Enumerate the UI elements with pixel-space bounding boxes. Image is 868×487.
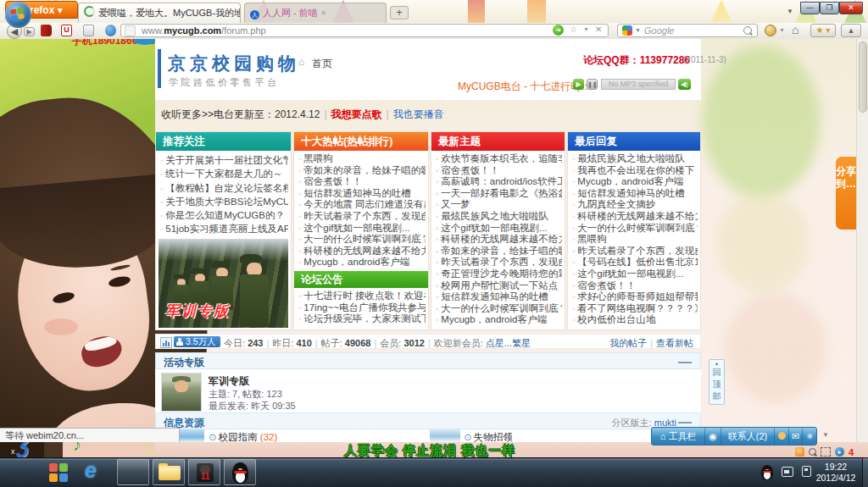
thread-link[interactable]: 黑喂狗 bbox=[298, 153, 426, 165]
scrollbar-thumb[interactable] bbox=[859, 42, 867, 113]
stop-icon[interactable]: ✕ bbox=[595, 25, 602, 34]
subforum-campus-guide[interactable]: ⊙校园指南 (32) bbox=[209, 431, 277, 442]
thread-link[interactable]: 这个gif犹如一部电视剧... bbox=[436, 223, 562, 235]
thread-link[interactable]: 校内低价出台山地 bbox=[572, 314, 698, 326]
tab-active-mycugb[interactable]: 爱喂嗌，爱地大。MyCUGB-我的地...× bbox=[78, 3, 241, 23]
thread-link[interactable]: 关于开展第十一届社团文化节的通知 bbox=[160, 153, 288, 167]
addon-book-icon[interactable] bbox=[41, 25, 52, 36]
newest-member-link[interactable]: 点星...繁星 bbox=[486, 338, 531, 348]
thread-link[interactable]: 高薪诚聘：android/ios软件工程师、手机 bbox=[436, 176, 562, 188]
start-button[interactable] bbox=[5, 2, 31, 28]
thread-link[interactable]: 关于地质大学BBS论坛MyCUGB的重要声 bbox=[160, 195, 288, 208]
qq-toolbar-collapse-icon[interactable]: ▼ bbox=[822, 431, 829, 439]
forum-row-military[interactable]: 军训专版 主题: 7, 帖数: 123 最后发表: 昨天 09:35 bbox=[155, 369, 701, 412]
addon-page-icon[interactable] bbox=[83, 25, 94, 36]
qq-settings-button[interactable]: ✳ bbox=[803, 428, 816, 445]
announcement-link[interactable]: 十七进行时 接收点歌！欢迎在mycugb或 bbox=[298, 291, 426, 302]
announcement-link[interactable]: 论坛升级完毕，大家来测试下 bbox=[298, 313, 426, 325]
taskbar-explorer-button[interactable] bbox=[153, 459, 185, 485]
taskbar-game-button[interactable]: 11 bbox=[188, 459, 220, 485]
fox-tool-icon[interactable] bbox=[795, 447, 804, 457]
collapse-icon[interactable]: — bbox=[678, 355, 692, 370]
qq-contacts-button[interactable]: 联系人(2) bbox=[721, 428, 775, 445]
search-engine-dropdown-icon[interactable]: ▼ bbox=[635, 27, 641, 33]
url-bar[interactable]: www.mycugb.com/forum.php bbox=[120, 24, 609, 37]
play-tool-icon[interactable]: ▸ bbox=[835, 447, 844, 457]
thread-link[interactable]: 科研楼的无线网越来越不给力了，一会 bbox=[298, 246, 426, 257]
thread-link[interactable]: 宿舍煮饭！！ bbox=[436, 165, 562, 177]
thread-link[interactable]: 昨天试着录了个东西，发现自己的声音 bbox=[572, 246, 698, 257]
qq-avatar-button[interactable] bbox=[775, 428, 789, 445]
tray-network-icon[interactable] bbox=[782, 467, 793, 477]
view-new-link[interactable]: 查看新帖 bbox=[656, 338, 693, 348]
thread-link[interactable]: 黑喂狗 bbox=[572, 234, 698, 246]
my-posts-link[interactable]: 我的帖子 bbox=[609, 338, 647, 348]
bookmarks-button[interactable]: ★ ▾ bbox=[810, 24, 836, 37]
thread-link[interactable]: 【号码在线】低价出售北京1880100段 bbox=[572, 257, 698, 268]
taskbar-firefox-button[interactable] bbox=[117, 459, 149, 485]
go-button[interactable]: ➜ bbox=[553, 25, 564, 36]
thread-link[interactable]: 这个gif犹如一部电视剧... bbox=[572, 268, 698, 280]
thread-link[interactable]: 短信群发通知神马的吐槽 bbox=[298, 188, 426, 200]
scroll-up-button[interactable]: ▲ bbox=[841, 24, 861, 37]
thread-link[interactable]: Mycugb，android客户端 bbox=[298, 257, 426, 268]
thread-link[interactable]: 求好心的师哥哥师姐姐帮帮我，行管的 bbox=[572, 291, 698, 303]
thread-link[interactable]: 大一的什么时候军训啊到底？我们迷茫 bbox=[298, 234, 426, 246]
addon-u-icon[interactable]: U bbox=[61, 25, 72, 36]
chart-icon[interactable] bbox=[160, 337, 172, 348]
thread-link[interactable]: 51job实习频道亮丽上线及APEC精英选拔 bbox=[160, 222, 288, 235]
thread-link[interactable]: 又一梦 bbox=[436, 199, 562, 211]
addon-globe-icon[interactable] bbox=[105, 25, 116, 36]
thread-link[interactable]: 短信群发通知神马的吐槽 bbox=[436, 291, 562, 303]
thread-link[interactable]: 欢快节奏版本织毛衣，追随李佳胖和袭 bbox=[436, 153, 562, 165]
radio-speaker-button[interactable]: ◀) bbox=[678, 79, 691, 90]
thread-link[interactable]: 最炫民族风之地大啦啦队 bbox=[572, 153, 698, 165]
thread-link[interactable]: 宿舍煮饭！！ bbox=[298, 176, 426, 188]
taskbar-clock[interactable]: 19:22 2012/4/12 bbox=[810, 462, 861, 484]
thread-link[interactable]: 看不了网络电视啊？？？？》 bbox=[572, 303, 698, 315]
home-button[interactable]: ⌂ bbox=[792, 23, 798, 36]
tab-list-arrow-icon[interactable]: ▼ bbox=[787, 8, 793, 15]
forward-button[interactable]: ▶ bbox=[24, 27, 35, 36]
thread-link[interactable]: 这个gif犹如一部电视剧... bbox=[298, 223, 426, 235]
thread-link[interactable]: 大一的什么时候军训啊到底？我们迷茫 bbox=[436, 303, 562, 315]
thread-link[interactable]: 帝如来的录音，给妹子唱的歌 bbox=[298, 165, 426, 177]
listen-more-link[interactable]: 收听更多>>电台更新至：2012.4.12 bbox=[161, 108, 320, 120]
thread-link[interactable]: 统计一下大家都是大几的～ bbox=[160, 167, 288, 180]
taskbar-app-grid-icon[interactable] bbox=[49, 463, 68, 482]
request-song-link[interactable]: 我想要点歌 bbox=[331, 108, 382, 120]
thread-link[interactable]: 校网用户帮忙测试一下站点 bbox=[436, 280, 562, 292]
thread-link[interactable]: 昨天试着录了个东西，发现自己的声音 bbox=[436, 257, 562, 268]
thread-link[interactable]: 九阴真经全文摘抄 bbox=[572, 199, 698, 211]
thread-link[interactable]: 昨天试着录了个东西，发现自己的声音 bbox=[298, 211, 426, 223]
back-to-top-widget[interactable]: ▲ 回顶部 bbox=[709, 359, 725, 405]
thread-link[interactable]: Mycugb，android客户端 bbox=[572, 176, 698, 188]
thread-link[interactable]: 科研楼的无线网越来越不给力了，一会 bbox=[436, 234, 562, 246]
thread-link[interactable]: 我再也不会出现在你的楼下，边照镜子 bbox=[572, 165, 698, 177]
thread-link[interactable]: 大一的什么时候军训啊到底？我们迷茫 bbox=[572, 223, 698, 235]
nav-home-link[interactable]: 首页 bbox=[312, 57, 332, 71]
window-maximize-button[interactable]: ❐ bbox=[820, 2, 839, 14]
thread-link[interactable]: 你是怎么知道MyCUGB的？ bbox=[160, 208, 288, 222]
subforum-lost-found[interactable]: ⊙失物招领 bbox=[464, 431, 513, 442]
radio-play-button[interactable]: ▶ bbox=[573, 79, 584, 90]
broadcast-link[interactable]: 我也要播音 bbox=[393, 108, 444, 120]
show-desktop-button[interactable] bbox=[862, 457, 868, 487]
thread-link[interactable]: 奇正管理沙龙今晚期待您的到来！ bbox=[436, 268, 562, 280]
thread-link[interactable]: 最炫民族风之地大啦啦队 bbox=[436, 211, 562, 223]
thread-link[interactable]: 今天的地震 同志们难道没有感觉到震 bbox=[298, 199, 426, 211]
forum-name-link[interactable]: 军训专版 bbox=[209, 374, 249, 389]
site-logo-title[interactable]: 京京校园购物 bbox=[168, 52, 300, 75]
thread-link[interactable]: 【教程帖】自定义论坛签名档 bbox=[160, 181, 288, 195]
radio-pause-button[interactable]: ❚❚ bbox=[587, 79, 598, 90]
search-magnifier-icon[interactable] bbox=[743, 26, 752, 35]
window-close-button[interactable]: ✕ bbox=[839, 2, 863, 14]
bookmark-star-icon[interactable]: ☆ bbox=[570, 25, 577, 34]
thread-link[interactable]: 科研楼的无线网越来越不给力了，一会 bbox=[572, 211, 698, 223]
addon-badge-icon[interactable] bbox=[765, 25, 776, 36]
window-minimize-button[interactable]: — bbox=[800, 2, 820, 14]
tab-renren[interactable]: 人人人网 - 前喵× bbox=[244, 3, 387, 23]
thread-link[interactable]: 帝如来的录音，给妹子唱的歌 bbox=[436, 246, 562, 257]
section-title[interactable]: 活动专版 bbox=[164, 356, 204, 370]
taskbar-ie-icon[interactable]: e bbox=[85, 458, 97, 483]
